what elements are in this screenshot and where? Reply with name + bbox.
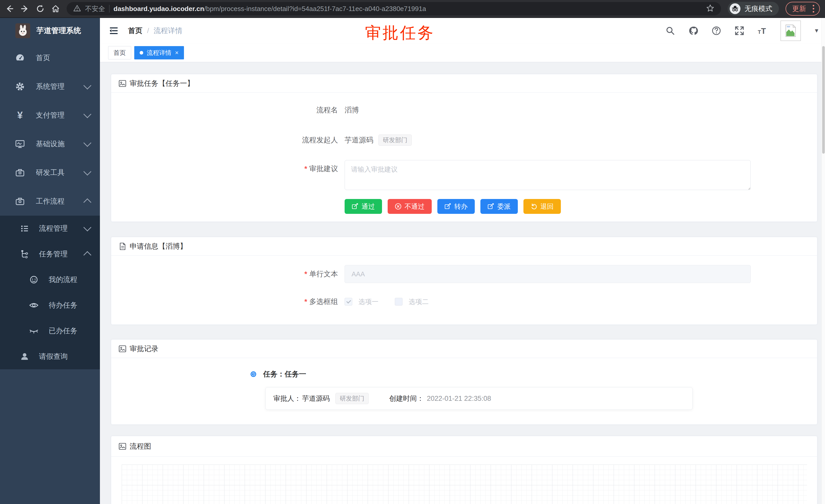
sidebar-item-process-management[interactable]: 流程管理 [0,216,100,241]
tag-process-detail[interactable]: 流程详情 × [134,46,184,60]
approval-task-card: 审批任务【任务一】 流程名 滔博 流程发起人 芋道源码 研发部门 [111,74,817,222]
url-divider [109,5,109,12]
picture-icon [119,79,127,88]
approval-record-card: 审批记录 任务：任务一 审批人：芋道源码 研发部门 创建时间： 2022-01-… [111,339,817,425]
sidebar-item-label: 工作流程 [36,196,65,206]
fullscreen-icon[interactable] [734,26,745,36]
reject-button[interactable]: 不通过 [388,199,432,214]
document-icon [119,242,127,250]
app-shell: 芋道管理系统 首页 系统管理 ¥ 支付管理 基础设施 [0,18,825,504]
timeline-item: 任务：任务一 [250,369,306,379]
card-body: 任务：任务一 审批人：芋道源码 研发部门 创建时间： 2022-01-21 22… [111,358,817,425]
chevron-down-icon [83,81,91,89]
kebab-menu-icon[interactable] [812,4,815,14]
github-icon[interactable] [688,26,698,36]
url-text[interactable]: dashboard.yudao.iocoder.cn/bpm/process-i… [114,5,426,13]
sidebar-item-todo-tasks[interactable]: 待办任务 [0,292,100,318]
close-icon[interactable]: × [175,50,178,56]
sidebar-item-workflow[interactable]: 工作流程 [0,187,100,216]
sidebar: 芋道管理系统 首页 系统管理 ¥ 支付管理 基础设施 [0,18,100,504]
bpmn-canvas[interactable] [122,465,807,504]
picture-icon [119,442,127,450]
dept-tag: 研发部门 [378,135,412,146]
sidebar-item-dev-tools[interactable]: 研发工具 [0,158,100,187]
record-detail-card: 审批人：芋道源码 研发部门 创建时间： 2022-01-21 22:35:08 [266,387,692,410]
approver-label: 审批人： [273,394,301,403]
transfer-button[interactable]: 转办 [437,199,475,214]
sidebar-item-payment[interactable]: ¥ 支付管理 [0,101,100,130]
forward-icon[interactable] [20,4,29,13]
svg-text:T: T [758,29,761,35]
not-secure-warning-icon[interactable] [73,4,81,13]
process-name-label: 流程名 [111,105,338,115]
sidebar-item-task-management[interactable]: 任务管理 [0,241,100,267]
avatar-caret-icon[interactable]: ▼ [814,27,819,34]
browser-menu-update[interactable]: 更新 [785,2,820,16]
help-icon[interactable] [711,26,722,36]
font-size-icon[interactable]: TT [757,26,768,36]
checkbox-option1-label: 选项一 [359,297,378,306]
breadcrumb-home[interactable]: 首页 [128,26,142,35]
scrollbar-thumb[interactable] [822,46,825,154]
sidebar-item-my-process[interactable]: 我的流程 [0,267,100,292]
card-body: *单行文本 *多选框组 选项一 选项二 [111,256,817,311]
page-content: 审批任务【任务一】 流程名 滔博 流程发起人 芋道源码 研发部门 [100,62,825,504]
url-path: /bpm/process-instance/detail?id=54aa251f… [204,5,426,12]
button-label: 转办 [454,202,468,211]
bookmark-star-icon[interactable] [706,4,714,13]
sidebar-logo[interactable]: 芋道管理系统 [0,18,100,44]
url-domain: dashboard.yudao.iocoder.cn [114,5,204,12]
search-icon[interactable] [665,26,675,36]
chevron-down-icon [83,139,91,147]
active-dot-icon [140,51,143,55]
clock-icon [250,371,256,377]
back-icon[interactable] [5,4,14,13]
eye-open-icon [29,300,39,310]
return-button[interactable]: 退回 [523,199,561,214]
breadcrumb-separator: / [147,27,149,35]
page-scrollbar[interactable] [821,18,825,504]
required-marker: * [304,298,307,306]
sidebar-item-leave-query[interactable]: 请假查询 [0,344,100,369]
delegate-button[interactable]: 委派 [480,199,518,214]
sidebar-item-label: 流程管理 [39,224,68,233]
card-header: 流程图 [111,436,817,456]
card-title: 审批任务【任务一】 [130,79,194,88]
sidebar-item-label: 任务管理 [39,249,68,259]
tag-label: 首页 [114,49,126,57]
sidebar-item-system[interactable]: 系统管理 [0,72,100,101]
incognito-label: 无痕模式 [745,4,772,13]
list-icon [19,223,30,234]
sidebar-item-label: 待办任务 [49,301,77,310]
edit-icon [445,203,451,210]
single-text-input[interactable] [345,265,751,283]
checkbox-option2[interactable] [395,298,402,306]
card-title: 流程图 [130,441,151,451]
required-marker: * [304,270,307,278]
comment-textarea[interactable] [345,160,751,190]
process-diagram-card: 流程图 [111,436,817,504]
initiator-label: 流程发起人 [111,135,338,145]
home-icon[interactable] [51,4,60,13]
comment-label: *审批建议 [111,160,338,177]
card-title: 申请信息【滔博】 [130,242,187,251]
address-bar[interactable]: 不安全 dashboard.yudao.iocoder.cn/bpm/proce… [67,2,721,15]
avatar[interactable] [780,20,801,41]
comment-row: *审批建议 [111,160,817,190]
button-label: 不通过 [404,202,425,211]
security-label[interactable]: 不安全 [85,4,105,13]
card-title: 审批记录 [130,344,158,354]
sidebar-item-home[interactable]: 首页 [0,44,100,72]
sidebar-item-infrastructure[interactable]: 基础设施 [0,130,100,158]
main-area: 首页 / 流程详情 TT [100,18,825,504]
tag-home[interactable]: 首页 [108,46,131,60]
reload-icon[interactable] [36,4,45,13]
process-name-value: 滔博 [345,105,359,115]
sidebar-item-done-tasks[interactable]: 已办任务 [0,318,100,344]
update-label[interactable]: 更新 [792,4,806,13]
checkbox-option1[interactable] [345,298,352,306]
chevron-down-icon [83,223,91,231]
sidebar-item-label: 已办任务 [49,326,77,336]
sidebar-collapse-icon[interactable] [108,26,119,36]
approve-button[interactable]: 通过 [345,199,382,214]
